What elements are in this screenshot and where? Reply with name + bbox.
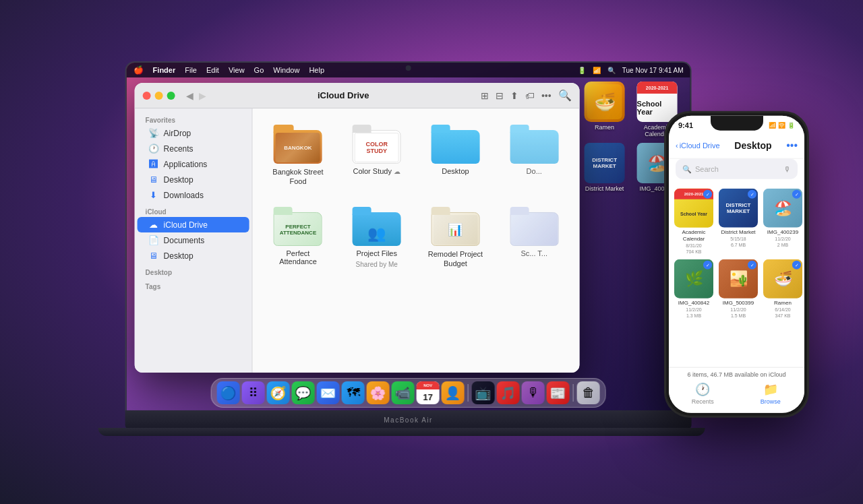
folder-sc[interactable]: Sc... T...	[501, 203, 568, 273]
ramen-file-name: Ramen	[774, 300, 792, 306]
iphone: 9:41 📶 🛜 🔋 ‹ iCloud Drive Desktop ••• 🔍	[664, 111, 809, 418]
iphone-file-academic[interactable]: 2020-2021 School Year ✓ Academic Calenda…	[674, 189, 713, 254]
iphone-notch	[711, 116, 763, 131]
iphone-file-ramen[interactable]: 🍜 ✓ Ramen 6/14/20 347 KB	[763, 259, 802, 318]
folder-remodel[interactable]: 📊 Remodel Project Budget	[422, 203, 489, 273]
search-menubar-icon[interactable]: 🔍	[607, 66, 616, 73]
dock-messages[interactable]: 💬	[292, 381, 315, 404]
sidebar-item-desktop2[interactable]: 🖥 Desktop	[138, 248, 249, 263]
img500399-file-name: IMG_500399	[723, 300, 754, 306]
dock-contacts[interactable]: 👤	[442, 381, 465, 404]
tag-icon[interactable]: 🏷	[525, 90, 535, 100]
view-icon-grid[interactable]: ⊞	[481, 90, 489, 100]
sidebar-item-recents[interactable]: 🕐 Recents	[138, 141, 249, 156]
folder-bangkok[interactable]: BANGKOK Bangkok Street Food	[265, 121, 332, 191]
icloud-sync-icon: ☁	[394, 167, 400, 175]
more-options-icon[interactable]: •••	[541, 90, 552, 100]
icloud-check-ramen: ✓	[792, 261, 801, 270]
search-finder-icon[interactable]: 🔍	[558, 89, 572, 102]
applications-icon: 🅰	[148, 159, 159, 169]
img500399-file-date: 11/2/20	[730, 307, 746, 312]
ramen-file-date: 6/14/20	[775, 307, 790, 312]
img500399-file-size: 1.5 MB	[731, 313, 746, 318]
iphone-file-img400239[interactable]: 🏖️ ✓ IMG_400239 11/2/20 2 MB	[763, 189, 802, 254]
folder-project-files[interactable]: 👥 Project Files Shared by Me	[343, 203, 410, 273]
sidebar-item-documents[interactable]: 📄 Documents	[138, 232, 249, 248]
finder-window: ◀ ▶ iCloud Drive ⊞ ⊟ ⬆ 🏷 ••• 🔍	[135, 83, 580, 373]
forward-button[interactable]: ▶	[199, 90, 206, 100]
close-button[interactable]	[143, 91, 151, 99]
signal-icon: 📶	[769, 122, 776, 129]
window-menu-item[interactable]: Window	[273, 66, 299, 74]
sidebar-item-airdrop[interactable]: 📡 AirDrop	[138, 125, 249, 141]
iphone-back-button[interactable]: ‹ iCloud Drive	[676, 141, 720, 149]
dock-trash[interactable]: 🗑	[577, 381, 600, 404]
finder-titlebar: ◀ ▶ iCloud Drive ⊞ ⊟ ⬆ 🏷 ••• 🔍	[135, 83, 580, 108]
sidebar-item-desktop[interactable]: 🖥 Desktop	[138, 172, 249, 187]
dock-launchpad[interactable]: ⠿	[242, 381, 265, 404]
dock-safari[interactable]: 🧭	[267, 381, 290, 404]
dock-music[interactable]: 🎵	[497, 381, 520, 404]
iphone-file-district[interactable]: DISTRICT MARKET ✓ District Market 5/15/1…	[719, 189, 758, 254]
ramen-file-size: 347 KB	[775, 313, 791, 318]
iphone-bottom-bar: 6 items, 46.7 MB available on iCloud 🕐 R…	[669, 367, 804, 413]
desktop-sidebar-icon: 🖥	[148, 175, 159, 185]
icloud-check-img400239: ✓	[792, 190, 801, 199]
maximize-button[interactable]	[167, 91, 175, 99]
go-menu-item[interactable]: Go	[254, 66, 264, 74]
mic-icon[interactable]: 🎙	[783, 165, 791, 173]
folder-color-study[interactable]: COLOR STUDY Color Study ☁	[343, 121, 410, 191]
finder-menu-item[interactable]: Finder	[153, 66, 176, 74]
folder-perfect-attendance[interactable]: PERFECT ATTENDANCE Perfect Attendance	[265, 203, 332, 273]
iphone-tab-recents[interactable]: 🕐 Recents	[669, 380, 737, 407]
share-icon[interactable]: ⬆	[510, 90, 518, 100]
iphone-search-bar[interactable]: 🔍 Search 🎙	[676, 159, 798, 179]
menubar-time: Tue Nov 17 9:41 AM	[622, 66, 684, 73]
view-menu-item[interactable]: View	[229, 66, 245, 74]
dock-calendar[interactable]: NOV 17	[417, 381, 440, 404]
desktop-icon-district[interactable]: DISTRICT MARKET District Market	[581, 143, 628, 192]
district-label: District Market	[585, 185, 624, 192]
dock-maps[interactable]: 🗺	[342, 381, 365, 404]
recents-tab-label: Recents	[692, 398, 714, 405]
dock-finder[interactable]: 🔵	[217, 381, 240, 404]
sidebar-item-applications[interactable]: 🅰 Applications	[138, 156, 249, 172]
edit-menu-item[interactable]: Edit	[206, 66, 219, 74]
folder-desktop[interactable]: Desktop	[422, 121, 489, 191]
dock-appletv[interactable]: 📺	[472, 381, 495, 404]
ramen-label: Ramen	[595, 124, 614, 131]
iphone-file-img400842[interactable]: 🌿 ✓ IMG_400842 11/2/20 1.3 MB	[674, 259, 713, 318]
project-label: Project Files	[356, 249, 397, 257]
dock-podcasts[interactable]: 🎙	[522, 381, 545, 404]
icloud-check-academic: ✓	[703, 190, 712, 199]
wifi-iphone-icon: 🛜	[778, 122, 785, 129]
dock-photos[interactable]: 🌸	[367, 381, 390, 404]
dock-mail[interactable]: ✉️	[317, 381, 340, 404]
sidebar-item-icloud-drive[interactable]: ☁ iCloud Drive	[138, 217, 249, 232]
iphone-more-button[interactable]: •••	[786, 139, 798, 151]
iphone-file-img500399[interactable]: 🏜️ ✓ IMG_500399 11/2/20 1.5 MB	[719, 259, 758, 318]
sidebar-item-downloads[interactable]: ⬇ Downloads	[138, 187, 249, 203]
back-button[interactable]: ◀	[186, 90, 194, 100]
iphone-nav-title: Desktop	[720, 139, 787, 150]
icloud-section-title: iCloud	[135, 203, 252, 217]
view-icon-columns[interactable]: ⊟	[496, 90, 504, 100]
folder-do[interactable]: Do...	[501, 121, 568, 191]
dock-facetime[interactable]: 📹	[392, 381, 415, 404]
iphone-tab-browse[interactable]: 📁 Browse	[737, 380, 805, 407]
documents-icon: 📄	[148, 235, 159, 245]
dock-news[interactable]: 📰	[547, 381, 570, 404]
img400842-file-date: 11/2/20	[686, 307, 701, 312]
desktop-icon-ramen[interactable]: 🍜 Ramen	[581, 82, 628, 137]
file-menu-item[interactable]: File	[185, 66, 197, 74]
help-menu-item[interactable]: Help	[309, 66, 324, 74]
apple-menu[interactable]: 🍎	[133, 65, 144, 75]
project-shared-label: Shared by Me	[356, 261, 398, 268]
img400239-file-date: 11/2/20	[775, 237, 790, 241]
dock: 🔵 ⠿ 🧭 💬 ✉️ 🗺 🌸 📹 NOV 17 👤	[211, 378, 606, 408]
macbook-chin: MacBook Air	[125, 410, 692, 429]
dock-divider	[468, 384, 469, 402]
finder-title: iCloud Drive	[212, 90, 475, 100]
minimize-button[interactable]	[155, 91, 163, 99]
icloud-check-district: ✓	[748, 190, 756, 199]
